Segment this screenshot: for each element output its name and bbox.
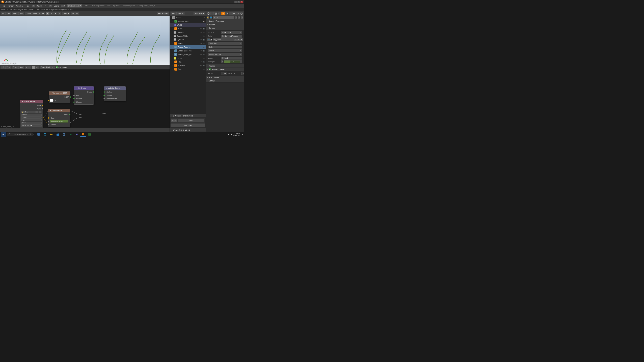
taskbar-edge-icon[interactable] bbox=[42, 132, 48, 137]
mapping-value[interactable]: Equirectangular ▾ bbox=[208, 53, 242, 56]
node-add-menu[interactable]: Add bbox=[19, 66, 24, 69]
constraints-props-icon[interactable] bbox=[229, 12, 232, 15]
volume-icon[interactable] bbox=[230, 133, 232, 136]
start-button[interactable]: ⊞ bbox=[1, 132, 6, 137]
vector-value[interactable]: Default ▾ bbox=[221, 57, 242, 59]
bush-vis-icon[interactable]: 👁 bbox=[200, 27, 202, 30]
sky-photo-field[interactable]: sky_photo... bbox=[213, 38, 234, 41]
settings-section[interactable]: ▸ Settings bbox=[206, 79, 244, 83]
taskbar-search-box[interactable]: Type here to search bbox=[7, 133, 34, 136]
outliner-item-eyecam[interactable]: EyeCam 👁 📷 bbox=[170, 38, 206, 41]
notification-icon[interactable] bbox=[240, 133, 243, 136]
menu-render[interactable]: Render bbox=[6, 4, 15, 8]
viewport-add-menu[interactable]: Add bbox=[19, 12, 24, 15]
scene-settings-icon[interactable] bbox=[218, 12, 221, 15]
viewport-view-menu[interactable]: View bbox=[5, 12, 12, 15]
pika-vis-icon[interactable]: 👁 bbox=[200, 61, 202, 63]
layers-props-icon[interactable] bbox=[214, 12, 217, 15]
world-add-icon[interactable]: + bbox=[238, 16, 240, 19]
file-name-field[interactable]: Gras bbox=[24, 111, 36, 113]
taskbar-mail-icon[interactable] bbox=[61, 132, 67, 137]
outliner-item-camerawide[interactable]: CameraWide 👁 📷 bbox=[170, 34, 206, 38]
pb-vis-icon[interactable]: 👁 bbox=[200, 64, 202, 67]
node-material-output[interactable]: Material Output Surface Volume bbox=[104, 86, 126, 101]
tex-type-icon[interactable]: ■ bbox=[210, 39, 212, 41]
color-space-value[interactable]: Color ▾ bbox=[208, 45, 242, 48]
taskbar-blender-icon[interactable] bbox=[80, 132, 86, 137]
solid-shading-icon[interactable]: ● bbox=[46, 12, 49, 15]
node-diffuse-bsdf[interactable]: Diffuse BSDF BSDF Color Ro bbox=[48, 109, 70, 127]
material-shading-icon[interactable]: ◉ bbox=[54, 12, 57, 15]
gp-pencil-icon[interactable]: ✏ bbox=[171, 119, 174, 122]
viewport-select-menu[interactable]: Select bbox=[12, 12, 19, 15]
strength-value[interactable]: 2.000 bbox=[224, 60, 240, 63]
composite-node-icon[interactable]: ◎ bbox=[35, 66, 39, 69]
node-editor-icon[interactable] bbox=[1, 66, 5, 69]
outliner-view-menu[interactable]: View bbox=[170, 12, 176, 15]
world-type-icon[interactable]: 🌐 bbox=[210, 16, 212, 19]
gp-add-icon[interactable]: + bbox=[174, 119, 177, 122]
outliner-item-renderlayers[interactable]: ▸ RenderLayers 📋 bbox=[170, 19, 206, 23]
minimize-button[interactable]: ─ bbox=[234, 1, 237, 3]
outliner-item-grass-blade-01[interactable]: ▸ Grass_Blade_01 👁 📷 bbox=[170, 45, 206, 49]
tex-external-icon[interactable]: ↗ bbox=[237, 38, 240, 41]
menu-file[interactable]: File bbox=[1, 4, 6, 8]
surface-type-value[interactable]: Background ▾ bbox=[221, 31, 242, 34]
bush-render-icon[interactable]: 📷 bbox=[202, 27, 205, 30]
use-nodes-checkbox[interactable]: ✓ bbox=[56, 66, 58, 68]
gb08-vis-icon[interactable]: 👁 bbox=[200, 53, 202, 56]
outliner-item-grass-blade-08[interactable]: ▸ Grass_Blade_08 👁 📷 bbox=[170, 53, 206, 56]
tree-vis-icon[interactable]: 👁 bbox=[200, 68, 202, 70]
tex-pin-icon[interactable]: F bbox=[234, 38, 237, 41]
node-canvas[interactable]: Image Texture Color Alpha 📁 bbox=[0, 69, 170, 128]
surface-section-header[interactable]: ▾ Surface bbox=[206, 26, 244, 30]
proportional-edit-icon[interactable]: ⊚ bbox=[75, 12, 79, 15]
node-node-menu[interactable]: Node bbox=[25, 66, 31, 69]
data-props-icon[interactable] bbox=[236, 12, 240, 15]
strength-decrease-btn[interactable]: ◂ bbox=[221, 60, 223, 63]
roughness-value[interactable]: Roughness: 0.000 bbox=[50, 120, 68, 122]
outliner-item-world[interactable]: World bbox=[170, 23, 206, 27]
material-node-icon[interactable]: ○ bbox=[32, 66, 35, 69]
taskbar-game-icon[interactable] bbox=[74, 132, 80, 137]
world-props-icon[interactable] bbox=[221, 12, 225, 15]
gp-colors-title[interactable]: ▾ Grease Pencil Colors bbox=[170, 128, 206, 132]
all-scenes-selector[interactable]: All Scenes ▾ bbox=[194, 12, 205, 15]
node-collapse-triangle[interactable] bbox=[75, 88, 77, 89]
interpolation-select[interactable]: Linear ▾ bbox=[21, 116, 42, 119]
scene-props-icon[interactable] bbox=[206, 12, 210, 15]
extension-select[interactable]: Clip ▾ bbox=[21, 122, 42, 124]
snap-icon[interactable]: ⋯ bbox=[71, 12, 75, 15]
outliner-item-camera[interactable]: Camera 👁 📷 bbox=[170, 30, 206, 34]
rl-icon[interactable]: 📋 bbox=[202, 20, 205, 22]
lamp-vis-icon[interactable]: 👁 bbox=[200, 57, 202, 59]
gp-layers-title[interactable]: ▾ Grease Pencil Layers bbox=[170, 114, 206, 118]
outliner-search-menu[interactable]: Search bbox=[177, 12, 185, 15]
ec-render-icon[interactable]: 📷 bbox=[202, 38, 205, 41]
outliner-item-grass-blade-02[interactable]: ▸ Grass_Blade_02 👁 📷 bbox=[170, 49, 206, 53]
node-collapse-triangle[interactable] bbox=[22, 101, 23, 102]
wireframe-shading-icon[interactable]: ◎ bbox=[50, 12, 53, 15]
taskbar-folder-icon[interactable] bbox=[48, 132, 54, 137]
world-pin-icon[interactable]: F bbox=[235, 16, 238, 19]
world-name-field[interactable]: World bbox=[213, 16, 234, 19]
strength-increase-btn[interactable]: ▸ bbox=[240, 60, 242, 63]
rendered-shading-icon[interactable]: ⊙ bbox=[58, 12, 61, 15]
world-remove-icon[interactable]: ✕ bbox=[241, 16, 244, 19]
gb01-render-icon[interactable]: 📷 bbox=[202, 46, 205, 48]
ambient-occlusion-section[interactable]: ▾ ✓ Ambient Occlusion bbox=[206, 68, 244, 71]
gp-new-layer-button[interactable]: New Layer bbox=[170, 123, 205, 127]
color-type-value[interactable]: Environment Texture ▾ bbox=[221, 35, 242, 37]
node-image-texture[interactable]: Image Texture Color Alpha 📁 bbox=[20, 100, 43, 128]
node-collapse-triangle[interactable] bbox=[50, 110, 51, 111]
ec-vis-icon[interactable]: 👁 bbox=[200, 38, 202, 41]
node-transparent-bsdf[interactable]: Transparent BSDF BSDF Color bbox=[49, 91, 70, 103]
menu-help[interactable]: Help bbox=[24, 4, 31, 8]
custom-props-section[interactable]: ▸ Custom Properties bbox=[206, 19, 244, 23]
workspace-close[interactable]: ✕ bbox=[44, 4, 48, 8]
outliner-item-pika[interactable]: ▸ Pika 👁 📷 bbox=[170, 60, 206, 64]
taskbar-media-icon[interactable] bbox=[68, 132, 74, 137]
lamp-render-icon[interactable]: 📷 bbox=[202, 57, 205, 59]
gp-new-button[interactable]: New bbox=[178, 119, 204, 122]
volume-section[interactable]: ▸ Volume bbox=[206, 64, 244, 68]
